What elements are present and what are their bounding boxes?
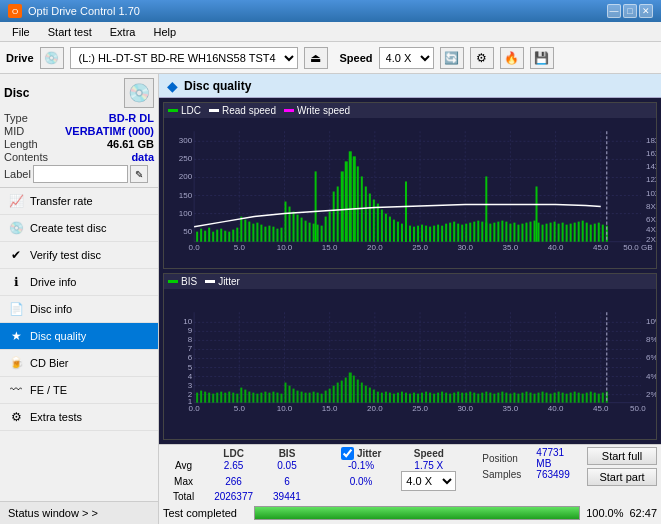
svg-rect-107 [453,222,455,242]
start-full-button[interactable]: Start full [587,447,657,465]
svg-rect-90 [385,214,387,242]
menubar: File Start test Extra Help [0,22,661,42]
fe-te-icon: 〰 [8,382,24,398]
titlebar-controls[interactable]: — □ ✕ [607,4,653,18]
sidebar-item-create-test-disc[interactable]: 💿 Create test disc [0,215,158,242]
svg-rect-76 [329,212,331,242]
length-label: Length [4,138,38,150]
svg-rect-249 [401,392,403,403]
progress-bar-fill [255,507,579,519]
jitter-checkbox[interactable] [341,447,354,460]
svg-rect-292 [574,392,576,403]
refresh-button[interactable]: 🔄 [440,47,464,69]
sidebar-item-drive-info[interactable]: ℹ Drive info [0,269,158,296]
ldc-chart-svg: 300 250 200 150 100 50 18X 16X 14X 12X 1… [164,118,656,265]
close-button[interactable]: ✕ [639,4,653,18]
svg-rect-120 [505,222,507,242]
sidebar-item-fe-te[interactable]: 〰 FE / TE [0,377,158,404]
drive-select[interactable]: (L:) HL-DT-ST BD-RE WH16NS58 TST4 [70,47,298,69]
svg-text:100: 100 [179,209,193,218]
svg-rect-112 [473,222,475,242]
buttons-section[interactable]: Start full Start part [587,447,657,486]
menu-extra[interactable]: Extra [102,24,144,40]
speed-select-toolbar[interactable]: 4.0 X [379,47,434,69]
svg-rect-222 [293,389,295,403]
settings-button[interactable]: ⚙ [470,47,494,69]
svg-rect-129 [542,225,544,242]
speed-select-cell[interactable]: 4.0 X [391,471,466,491]
contents-label: Contents [4,151,48,163]
svg-rect-86 [369,194,371,242]
ldc-dot [168,109,178,112]
charts-area: LDC Read speed Write speed [159,98,661,444]
bis-chart: BIS Jitter [163,273,657,440]
disc-panel: Disc 💿 Type BD-R DL MID VERBATIMf (000) … [0,74,158,188]
titlebar: O Opti Drive Control 1.70 — □ ✕ [0,0,661,22]
menu-start-test[interactable]: Start test [40,24,100,40]
disc-title: Disc [4,86,29,100]
svg-rect-127 [534,221,536,242]
svg-rect-294 [582,394,584,403]
svg-text:5.0: 5.0 [234,404,246,413]
drive-label: Drive [6,52,34,64]
sidebar-item-verify-test-disc[interactable]: ✔ Verify test disc [0,242,158,269]
disc-quality-header: ◆ Disc quality [159,74,661,98]
svg-rect-258 [437,393,439,403]
svg-text:4X: 4X [646,225,656,234]
svg-rect-77 [333,192,335,242]
svg-rect-265 [465,393,467,403]
svg-rect-82 [353,156,356,241]
svg-rect-284 [542,392,544,403]
speed-select-stats[interactable]: 4.0 X [401,471,456,491]
svg-rect-283 [538,393,540,403]
sidebar-item-extra-tests[interactable]: ⚙ Extra tests [0,404,158,431]
stats-row: LDC BIS Jitter Speed Avg [163,447,657,502]
sidebar-item-disc-info[interactable]: 📄 Disc info [0,296,158,323]
maximize-button[interactable]: □ [623,4,637,18]
svg-text:5: 5 [188,363,193,372]
svg-text:25.0: 25.0 [412,243,428,252]
svg-rect-279 [521,393,523,403]
svg-rect-135 [566,225,568,242]
svg-rect-247 [393,394,395,403]
burn-button[interactable]: 🔥 [500,47,524,69]
svg-rect-281 [529,393,531,403]
svg-rect-45 [204,231,206,242]
sidebar-item-disc-quality[interactable]: ★ Disc quality [0,323,158,350]
eject-button[interactable]: ⏏ [304,47,328,69]
col-jitter-check[interactable]: Jitter [331,447,391,460]
max-jitter: 0.0% [331,471,391,491]
position-row: Position 47731 MB [482,447,579,469]
svg-rect-273 [497,393,499,403]
sidebar-label-cd-bier: CD Bier [30,357,69,369]
svg-rect-52 [232,230,234,242]
svg-rect-200 [204,392,206,403]
svg-rect-299 [602,393,604,403]
svg-rect-278 [517,394,519,403]
svg-rect-230 [325,391,327,403]
svg-rect-148 [485,176,487,241]
minimize-button[interactable]: — [607,4,621,18]
sidebar-item-cd-bier[interactable]: 🍺 CD Bier [0,350,158,377]
svg-text:7: 7 [188,344,193,353]
menu-help[interactable]: Help [145,24,184,40]
type-value: BD-R DL [109,112,154,124]
save-button[interactable]: 💾 [530,47,554,69]
svg-rect-102 [433,226,435,242]
svg-rect-233 [337,383,339,403]
svg-rect-47 [212,232,214,242]
legend-bis-label: BIS [181,276,197,287]
toolbar: Drive 💿 (L:) HL-DT-ST BD-RE WH16NS58 TST… [0,42,661,74]
sidebar-item-transfer-rate[interactable]: 📈 Transfer rate [0,188,158,215]
label-edit-button[interactable]: ✎ [130,165,148,183]
speed-display: 1.75 X [391,460,466,471]
menu-file[interactable]: File [4,24,38,40]
drive-icon-btn[interactable]: 💿 [40,47,64,69]
status-window-button[interactable]: Status window > > [0,501,158,524]
start-part-button[interactable]: Start part [587,468,657,486]
label-input[interactable] [33,165,128,183]
svg-text:6%: 6% [646,353,656,362]
svg-text:50.0 GB: 50.0 GB [623,243,652,252]
svg-rect-75 [325,217,327,242]
svg-rect-254 [421,393,423,403]
